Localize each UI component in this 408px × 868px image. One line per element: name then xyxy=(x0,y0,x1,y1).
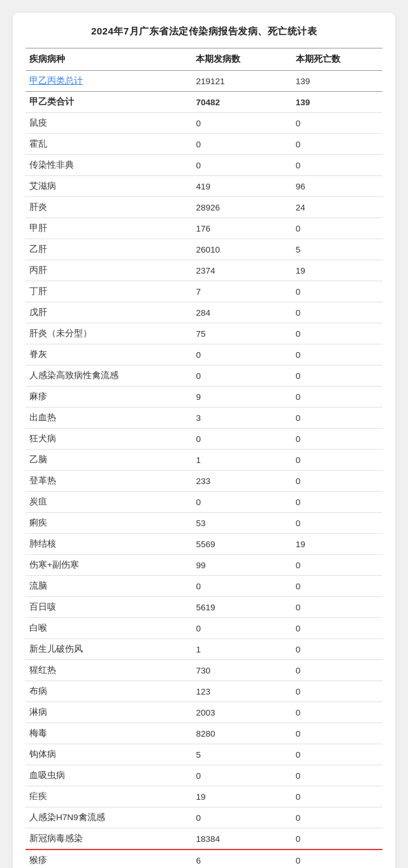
table-row: 丁肝70 xyxy=(26,281,382,302)
cases-count: 730 xyxy=(183,660,282,681)
deaths-count: 0 xyxy=(283,302,382,323)
cases-count: 0 xyxy=(183,113,282,134)
deaths-count: 0 xyxy=(283,155,382,176)
deaths-count: 0 xyxy=(283,555,382,576)
deaths-count: 0 xyxy=(283,429,382,450)
deaths-count: 0 xyxy=(283,744,382,765)
deaths-count: 0 xyxy=(283,807,382,828)
cases-count: 26010 xyxy=(183,239,282,260)
disease-name: 鼠疫 xyxy=(26,113,183,134)
table-row: 肝炎2892624 xyxy=(26,197,382,218)
table-row: 百日咳56190 xyxy=(26,597,382,618)
cases-count: 5569 xyxy=(183,534,282,555)
table-row: 人感染H7N9禽流感00 xyxy=(26,807,382,828)
deaths-count: 0 xyxy=(283,218,382,239)
cases-count: 0 xyxy=(183,134,282,155)
table-row: 麻疹90 xyxy=(26,386,382,408)
table-row: 丙肝237419 xyxy=(26,260,382,281)
deaths-count: 0 xyxy=(283,323,382,344)
table-row: 乙肝260105 xyxy=(26,239,382,260)
table-row: 肺结核556919 xyxy=(26,534,382,555)
table-row: 布病1230 xyxy=(26,681,382,702)
table-row: 人感染高致病性禽流感00 xyxy=(26,365,382,386)
deaths-count: 0 xyxy=(283,597,382,618)
disease-name: 乙脑 xyxy=(26,450,183,471)
cases-count: 3 xyxy=(183,408,282,429)
deaths-count: 0 xyxy=(283,786,382,807)
cases-count: 0 xyxy=(183,429,282,450)
table-header-row: 疾病病种 本期发病数 本期死亡数 xyxy=(26,48,382,71)
deaths-count: 0 xyxy=(283,113,382,134)
cases-count: 176 xyxy=(183,218,282,239)
table-row: 钩体病50 xyxy=(26,744,382,765)
disease-name[interactable]: 甲乙丙类总计 xyxy=(26,71,183,92)
report-card: 2024年7月广东省法定传染病报告发病、死亡统计表 疾病病种 本期发病数 本期死… xyxy=(13,13,395,868)
table-row: 猴疹60 xyxy=(26,850,382,868)
page-title: 2024年7月广东省法定传染病报告发病、死亡统计表 xyxy=(26,26,382,38)
cases-count: 2374 xyxy=(183,260,282,281)
deaths-count: 24 xyxy=(283,197,382,218)
deaths-count: 5 xyxy=(283,239,382,260)
cases-count: 70482 xyxy=(183,92,282,113)
table-row: 伤寒+副伤寒990 xyxy=(26,555,382,576)
disease-name: 甲肝 xyxy=(26,218,183,239)
disease-name: 血吸虫病 xyxy=(26,765,183,786)
disease-name: 丁肝 xyxy=(26,281,183,302)
disease-name: 出血热 xyxy=(26,408,183,429)
cases-count: 0 xyxy=(183,618,282,639)
cases-count: 123 xyxy=(183,681,282,702)
table-row: 炭疽00 xyxy=(26,492,382,513)
cases-count: 419 xyxy=(183,176,282,197)
table-row: 出血热30 xyxy=(26,408,382,429)
disease-name: 肝炎（未分型） xyxy=(26,323,183,344)
disease-name: 白喉 xyxy=(26,618,183,639)
deaths-count: 19 xyxy=(283,260,382,281)
table-row: 新冠病毒感染183840 xyxy=(26,828,382,850)
table-row: 鼠疫00 xyxy=(26,113,382,134)
deaths-count: 0 xyxy=(283,450,382,471)
deaths-count: 139 xyxy=(283,71,382,92)
disease-name: 新冠病毒感染 xyxy=(26,828,183,850)
cases-count: 1 xyxy=(183,450,282,471)
deaths-count: 0 xyxy=(283,618,382,639)
disease-name: 新生儿破伤风 xyxy=(26,639,183,660)
cases-count: 5619 xyxy=(183,597,282,618)
disease-name: 流脑 xyxy=(26,576,183,597)
cases-count: 0 xyxy=(183,365,282,386)
cases-count: 0 xyxy=(183,344,282,365)
cases-count: 28926 xyxy=(183,197,282,218)
table-row: 梅毒82800 xyxy=(26,723,382,744)
table-row: 猩红热7300 xyxy=(26,660,382,681)
cases-count: 9 xyxy=(183,386,282,408)
disease-name: 甲乙类合计 xyxy=(26,92,183,113)
table-row: 肝炎（未分型）750 xyxy=(26,323,382,344)
table-row: 传染性非典00 xyxy=(26,155,382,176)
cases-count: 18384 xyxy=(183,828,282,850)
deaths-count: 96 xyxy=(283,176,382,197)
table-row: 霍乱00 xyxy=(26,134,382,155)
deaths-count: 0 xyxy=(283,828,382,850)
deaths-count: 0 xyxy=(283,471,382,492)
deaths-count: 0 xyxy=(283,492,382,513)
deaths-count: 0 xyxy=(283,134,382,155)
disease-name: 百日咳 xyxy=(26,597,183,618)
disease-name: 肺结核 xyxy=(26,534,183,555)
deaths-count: 0 xyxy=(283,408,382,429)
table-row: 新生儿破伤风10 xyxy=(26,639,382,660)
disease-name: 伤寒+副伤寒 xyxy=(26,555,183,576)
disease-name: 淋病 xyxy=(26,702,183,723)
table-row: 甲乙丙类总计219121139 xyxy=(26,71,382,92)
cases-count: 8280 xyxy=(183,723,282,744)
cases-count: 53 xyxy=(183,513,282,534)
disease-name: 丙肝 xyxy=(26,260,183,281)
disease-name: 艾滋病 xyxy=(26,176,183,197)
disease-name: 脊灰 xyxy=(26,344,183,365)
table-row: 淋病20030 xyxy=(26,702,382,723)
deaths-count: 0 xyxy=(283,850,382,868)
disease-name: 霍乱 xyxy=(26,134,183,155)
disease-name: 传染性非典 xyxy=(26,155,183,176)
table-row: 乙脑10 xyxy=(26,450,382,471)
deaths-count: 0 xyxy=(283,765,382,786)
cases-count: 0 xyxy=(183,765,282,786)
disease-name: 炭疽 xyxy=(26,492,183,513)
